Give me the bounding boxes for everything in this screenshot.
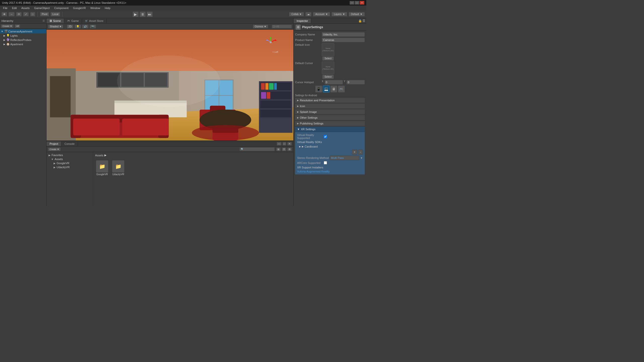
tab-inspector[interactable]: Inspector xyxy=(294,19,311,23)
shaded-dropdown[interactable]: Shaded ▼ xyxy=(48,25,63,28)
collab-button[interactable]: Collab ▼ xyxy=(289,12,304,16)
transform-scale-tool[interactable]: ⤢ xyxy=(23,12,29,16)
cursor-x-input[interactable] xyxy=(325,80,343,84)
platform-icon-tablet[interactable]: 💻 xyxy=(323,85,330,93)
lights-toggle[interactable]: 💡 xyxy=(74,25,81,28)
transform-move-tool[interactable]: ↔ xyxy=(9,12,15,16)
maximize-button[interactable]: □ xyxy=(355,1,359,5)
menu-edit[interactable]: Edit xyxy=(10,6,19,10)
product-name-input[interactable] xyxy=(322,38,365,42)
tab-asset-store[interactable]: 🛒 Asset Store xyxy=(82,19,107,23)
svg-rect-8 xyxy=(50,76,71,117)
step-button[interactable]: ⏭ xyxy=(147,12,153,17)
layout-button[interactable]: Default ▼ xyxy=(349,12,365,16)
svg-rect-30 xyxy=(267,92,270,99)
xr-settings-arrow: ▼ xyxy=(297,128,300,131)
project-view-toggle[interactable]: ⊞ xyxy=(276,148,281,151)
platform-icon-desktop[interactable]: 🖥 xyxy=(330,85,337,93)
hier-item-apartment[interactable]: ▶ 🏠 Apartment xyxy=(0,42,46,46)
pause-button[interactable]: ⏸ xyxy=(140,12,146,17)
asset-googlevr[interactable]: 📁 GoogleVR xyxy=(95,159,109,177)
platform-icon-gamepad[interactable]: 🎮 xyxy=(338,85,345,93)
favorites-header[interactable]: ▶ Favorites xyxy=(48,153,92,157)
scene-search-input[interactable] xyxy=(272,25,292,28)
section-splash-header[interactable]: ▶ Splash Image xyxy=(295,109,365,115)
bottom-panel-close[interactable]: ✕ xyxy=(287,142,292,146)
sdk-remove-button[interactable]: - xyxy=(358,150,363,155)
cardboard-item[interactable]: ▶ ▶ Cardboard xyxy=(297,145,363,149)
play-button[interactable]: ▶ xyxy=(133,12,139,17)
company-name-input[interactable] xyxy=(322,32,365,37)
project-list-toggle[interactable]: ☰ xyxy=(282,148,286,151)
tab-console[interactable]: Console xyxy=(61,142,78,146)
xr-settings-section: ▼ XR Settings Virtual Reality Supported … xyxy=(295,127,365,174)
account-button[interactable]: Account ▼ xyxy=(313,12,330,16)
transform-rotate-tool[interactable]: ⟳ xyxy=(16,12,22,16)
menu-gameobject[interactable]: GameObject xyxy=(32,6,52,10)
tab-scene[interactable]: 🖼 Scene xyxy=(47,19,64,23)
2d-button[interactable]: 2D xyxy=(67,25,73,28)
menu-assets[interactable]: Assets xyxy=(19,6,32,10)
scene-tab-label: Scene xyxy=(53,19,61,22)
section-icon-header[interactable]: ▶ Icon xyxy=(295,104,365,109)
local-button[interactable]: Local xyxy=(51,12,60,16)
project-search-input[interactable] xyxy=(239,147,275,151)
project-create-button[interactable]: Create ▼ xyxy=(48,148,61,151)
section-other-header[interactable]: ▶ Other Settings xyxy=(295,115,365,120)
menu-component[interactable]: Component xyxy=(52,6,70,10)
transform-hand-tool[interactable]: ✥ xyxy=(2,12,7,16)
platform-icon-phone[interactable]: 📱 xyxy=(315,85,322,93)
hier-item-lights[interactable]: ▶ 💡 Lights xyxy=(0,33,46,38)
sdk-add-button[interactable]: + xyxy=(352,150,357,155)
section-resolution-header[interactable]: ▶ Resolution and Presentation xyxy=(295,98,365,103)
section-publishing-header[interactable]: ▶ Publishing Settings xyxy=(295,121,365,126)
audio-toggle[interactable]: 🔊 xyxy=(82,25,89,28)
arcore-checkbox[interactable] xyxy=(324,161,327,164)
gizmos-dropdown[interactable]: Gizmos ▼ xyxy=(253,25,268,28)
default-cursor-select[interactable]: Select xyxy=(322,75,334,79)
favorites-udacityvr[interactable]: ▶ UdacityVR xyxy=(48,165,92,169)
asset-udacityvr[interactable]: 📁 UdacityVR xyxy=(111,159,125,177)
close-button[interactable]: ✕ xyxy=(360,1,364,5)
hierarchy-all-button[interactable]: All xyxy=(15,24,20,28)
menu-help[interactable]: Help xyxy=(103,6,112,10)
cursor-y-input[interactable] xyxy=(346,80,365,84)
cloud-button[interactable]: ☁ xyxy=(305,12,311,16)
none-texture-cursor: None (Texture 2D) xyxy=(322,66,334,70)
vuforia-link[interactable]: Vuforia Augmented Reality xyxy=(297,170,330,173)
inspector-lock-button[interactable]: 🔒 xyxy=(358,19,362,23)
xr-settings-header[interactable]: ▼ XR Settings xyxy=(295,127,365,132)
vr-supported-checkbox[interactable] xyxy=(324,135,327,138)
menu-googlevr[interactable]: GoogleVR xyxy=(71,6,88,10)
center-panel: 🖼 Scene 🎮 Game 🛒 Asset Store Shaded ▼ 2D… xyxy=(47,18,293,206)
camera-toggle[interactable]: 📷 xyxy=(90,25,96,28)
default-icon-select[interactable]: Select xyxy=(322,56,334,61)
scene-viewport[interactable]: < Left xyxy=(47,30,293,141)
default-icon-label: Default Icon xyxy=(295,43,320,46)
pivot-button[interactable]: Pivot xyxy=(40,12,49,16)
svg-rect-24 xyxy=(260,110,291,117)
favorites-assets[interactable]: ▼ Assets xyxy=(48,157,92,161)
hier-item-reflection-probes[interactable]: ▶ 🔮 ReflectionProbes xyxy=(0,38,46,42)
hierarchy-create-button[interactable]: Create ▼ xyxy=(1,24,14,28)
favorites-googlevr[interactable]: ▶ GoogleVR xyxy=(48,161,92,165)
xr-settings-label: XR Settings xyxy=(301,128,315,131)
transform-rect-tool[interactable]: □ xyxy=(30,12,35,16)
menu-window[interactable]: Window xyxy=(88,6,102,10)
bottom-panel-minimize[interactable]: — xyxy=(277,142,281,146)
svg-rect-29 xyxy=(261,92,266,99)
minimize-button[interactable]: — xyxy=(350,1,354,5)
bottom-panel-maximize[interactable]: □ xyxy=(283,142,286,146)
stereo-rendering-label: Stereo Rendering Method xyxy=(297,156,329,159)
project-toolbar: Create ▼ ⊞ ☰ ⚙ xyxy=(47,147,293,152)
reflection-label: ReflectionProbes xyxy=(10,38,31,41)
tab-game[interactable]: 🎮 Game xyxy=(64,19,82,23)
menu-file[interactable]: File xyxy=(1,6,10,10)
hier-item-cameras-apartment[interactable]: ▼ 🎬 CamerasApartment xyxy=(0,29,46,33)
inspector-menu-button[interactable]: ☰ xyxy=(363,19,365,23)
layers-button[interactable]: Layers ▼ xyxy=(332,12,347,16)
tab-project[interactable]: Project xyxy=(47,142,61,146)
project-settings-button[interactable]: ⚙ xyxy=(287,148,292,151)
settings-for-android: Settings for Android xyxy=(295,94,365,97)
arcore-row: ARCore Supported xyxy=(297,161,363,164)
